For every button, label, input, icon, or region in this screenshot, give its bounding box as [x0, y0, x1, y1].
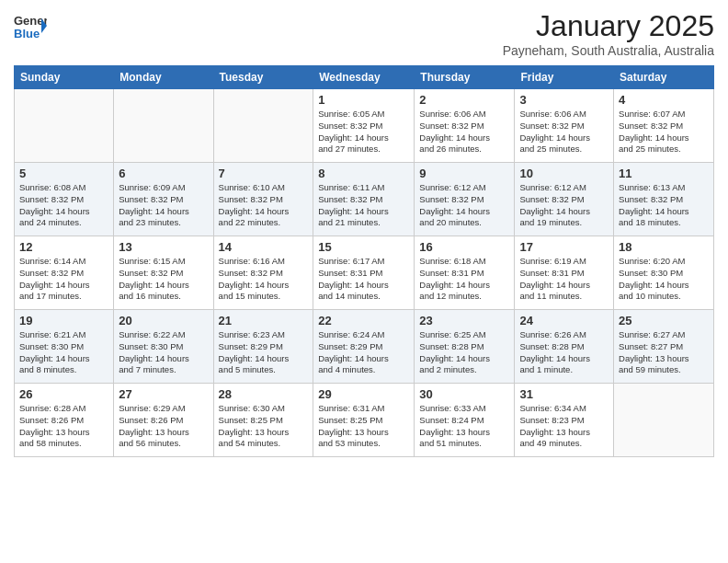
day-number: 17 [519, 240, 609, 254]
day-info: Sunrise: 6:24 AM Sunset: 8:29 PM Dayligh… [318, 329, 409, 376]
calendar-cell [15, 89, 114, 163]
calendar-week-row: 19Sunrise: 6:21 AM Sunset: 8:30 PM Dayli… [15, 310, 714, 384]
calendar-week-row: 1Sunrise: 6:05 AM Sunset: 8:32 PM Daylig… [15, 89, 714, 163]
calendar-cell: 20Sunrise: 6:22 AM Sunset: 8:30 PM Dayli… [114, 310, 213, 384]
day-info: Sunrise: 6:13 AM Sunset: 8:32 PM Dayligh… [619, 182, 709, 229]
calendar-cell: 10Sunrise: 6:12 AM Sunset: 8:32 PM Dayli… [515, 163, 614, 236]
day-number: 12 [19, 240, 108, 254]
day-info: Sunrise: 6:33 AM Sunset: 8:24 PM Dayligh… [419, 403, 509, 450]
page: General Blue January 2025 Payneham, Sout… [0, 0, 728, 563]
logo-icon: General Blue [14, 9, 47, 42]
col-wednesday: Wednesday [313, 66, 415, 89]
calendar-cell: 22Sunrise: 6:24 AM Sunset: 8:29 PM Dayli… [313, 310, 415, 384]
calendar-cell: 28Sunrise: 6:30 AM Sunset: 8:25 PM Dayli… [213, 384, 313, 457]
day-number: 9 [419, 167, 509, 180]
calendar-cell: 7Sunrise: 6:10 AM Sunset: 8:32 PM Daylig… [213, 163, 313, 236]
day-number: 27 [119, 387, 208, 401]
day-number: 6 [119, 167, 208, 180]
day-number: 18 [619, 240, 709, 254]
day-number: 31 [519, 387, 609, 401]
day-number: 15 [318, 240, 409, 254]
calendar-header-row: Sunday Monday Tuesday Wednesday Thursday… [15, 66, 714, 89]
col-sunday: Sunday [15, 66, 114, 89]
calendar-table: Sunday Monday Tuesday Wednesday Thursday… [14, 65, 714, 457]
calendar-cell: 18Sunrise: 6:20 AM Sunset: 8:30 PM Dayli… [614, 236, 714, 310]
day-info: Sunrise: 6:29 AM Sunset: 8:26 PM Dayligh… [119, 403, 208, 450]
day-number: 11 [619, 167, 709, 180]
day-info: Sunrise: 6:34 AM Sunset: 8:23 PM Dayligh… [519, 403, 609, 450]
day-info: Sunrise: 6:31 AM Sunset: 8:25 PM Dayligh… [318, 403, 409, 450]
month-title: January 2025 [503, 9, 714, 43]
svg-text:Blue: Blue [14, 27, 40, 40]
day-number: 24 [519, 314, 609, 327]
day-number: 28 [219, 387, 309, 401]
calendar-cell: 27Sunrise: 6:29 AM Sunset: 8:26 PM Dayli… [114, 384, 213, 457]
calendar-cell: 25Sunrise: 6:27 AM Sunset: 8:27 PM Dayli… [614, 310, 714, 384]
col-tuesday: Tuesday [213, 66, 313, 89]
day-info: Sunrise: 6:14 AM Sunset: 8:32 PM Dayligh… [19, 256, 108, 303]
day-number: 25 [619, 314, 709, 327]
calendar-cell: 23Sunrise: 6:25 AM Sunset: 8:28 PM Dayli… [415, 310, 515, 384]
calendar-cell: 2Sunrise: 6:06 AM Sunset: 8:32 PM Daylig… [415, 89, 515, 163]
col-saturday: Saturday [614, 66, 714, 89]
day-info: Sunrise: 6:30 AM Sunset: 8:25 PM Dayligh… [219, 403, 309, 450]
day-number: 14 [219, 240, 309, 254]
day-info: Sunrise: 6:10 AM Sunset: 8:32 PM Dayligh… [219, 182, 309, 229]
day-number: 20 [119, 314, 208, 327]
day-info: Sunrise: 6:05 AM Sunset: 8:32 PM Dayligh… [318, 109, 409, 155]
day-number: 23 [419, 314, 509, 327]
day-number: 30 [419, 387, 509, 401]
day-number: 26 [19, 387, 108, 401]
day-info: Sunrise: 6:18 AM Sunset: 8:31 PM Dayligh… [419, 256, 509, 303]
calendar-cell: 14Sunrise: 6:16 AM Sunset: 8:32 PM Dayli… [213, 236, 313, 310]
calendar-cell: 1Sunrise: 6:05 AM Sunset: 8:32 PM Daylig… [313, 89, 415, 163]
calendar-cell: 21Sunrise: 6:23 AM Sunset: 8:29 PM Dayli… [213, 310, 313, 384]
calendar-cell: 13Sunrise: 6:15 AM Sunset: 8:32 PM Dayli… [114, 236, 213, 310]
calendar-cell [614, 384, 714, 457]
calendar-cell: 30Sunrise: 6:33 AM Sunset: 8:24 PM Dayli… [415, 384, 515, 457]
subtitle: Payneham, South Australia, Australia [503, 43, 714, 58]
day-number: 4 [619, 93, 709, 107]
day-number: 2 [419, 93, 509, 107]
header: General Blue January 2025 Payneham, Sout… [14, 9, 714, 58]
calendar-cell: 5Sunrise: 6:08 AM Sunset: 8:32 PM Daylig… [15, 163, 114, 236]
day-info: Sunrise: 6:06 AM Sunset: 8:32 PM Dayligh… [419, 109, 509, 155]
col-friday: Friday [515, 66, 614, 89]
day-info: Sunrise: 6:12 AM Sunset: 8:32 PM Dayligh… [519, 182, 609, 229]
day-info: Sunrise: 6:27 AM Sunset: 8:27 PM Dayligh… [619, 329, 709, 376]
day-info: Sunrise: 6:16 AM Sunset: 8:32 PM Dayligh… [219, 256, 309, 303]
calendar-cell: 24Sunrise: 6:26 AM Sunset: 8:28 PM Dayli… [515, 310, 614, 384]
calendar-week-row: 5Sunrise: 6:08 AM Sunset: 8:32 PM Daylig… [15, 163, 714, 236]
day-number: 13 [119, 240, 208, 254]
day-info: Sunrise: 6:21 AM Sunset: 8:30 PM Dayligh… [19, 329, 108, 376]
calendar-cell: 26Sunrise: 6:28 AM Sunset: 8:26 PM Dayli… [15, 384, 114, 457]
day-info: Sunrise: 6:25 AM Sunset: 8:28 PM Dayligh… [419, 329, 509, 376]
calendar-week-row: 26Sunrise: 6:28 AM Sunset: 8:26 PM Dayli… [15, 384, 714, 457]
calendar-cell: 19Sunrise: 6:21 AM Sunset: 8:30 PM Dayli… [15, 310, 114, 384]
calendar-cell [213, 89, 313, 163]
day-number: 3 [519, 93, 609, 107]
day-info: Sunrise: 6:20 AM Sunset: 8:30 PM Dayligh… [619, 256, 709, 303]
day-info: Sunrise: 6:17 AM Sunset: 8:31 PM Dayligh… [318, 256, 409, 303]
calendar-cell: 11Sunrise: 6:13 AM Sunset: 8:32 PM Dayli… [614, 163, 714, 236]
calendar-cell: 31Sunrise: 6:34 AM Sunset: 8:23 PM Dayli… [515, 384, 614, 457]
day-number: 8 [318, 167, 409, 180]
day-number: 7 [219, 167, 309, 180]
day-info: Sunrise: 6:26 AM Sunset: 8:28 PM Dayligh… [519, 329, 609, 376]
col-monday: Monday [114, 66, 213, 89]
day-number: 5 [19, 167, 108, 180]
calendar-cell: 12Sunrise: 6:14 AM Sunset: 8:32 PM Dayli… [15, 236, 114, 310]
day-info: Sunrise: 6:07 AM Sunset: 8:32 PM Dayligh… [619, 109, 709, 155]
day-info: Sunrise: 6:22 AM Sunset: 8:30 PM Dayligh… [119, 329, 208, 376]
day-number: 21 [219, 314, 309, 327]
day-number: 1 [318, 93, 409, 107]
day-info: Sunrise: 6:19 AM Sunset: 8:31 PM Dayligh… [519, 256, 609, 303]
calendar-week-row: 12Sunrise: 6:14 AM Sunset: 8:32 PM Dayli… [15, 236, 714, 310]
day-info: Sunrise: 6:28 AM Sunset: 8:26 PM Dayligh… [19, 403, 108, 450]
logo: General Blue [14, 9, 47, 46]
day-number: 10 [519, 167, 609, 180]
calendar-cell: 6Sunrise: 6:09 AM Sunset: 8:32 PM Daylig… [114, 163, 213, 236]
day-info: Sunrise: 6:23 AM Sunset: 8:29 PM Dayligh… [219, 329, 309, 376]
day-number: 16 [419, 240, 509, 254]
title-section: January 2025 Payneham, South Australia, … [503, 9, 714, 58]
